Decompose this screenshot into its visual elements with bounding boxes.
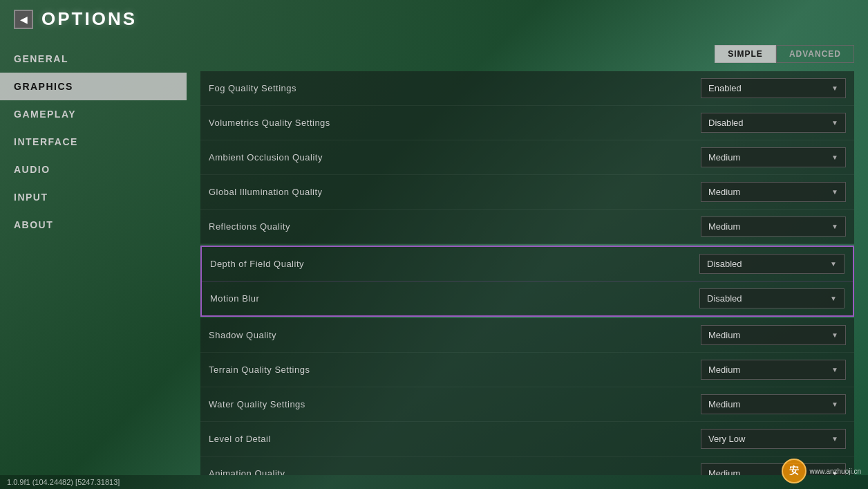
setting-value-shadow-quality: Medium bbox=[708, 330, 740, 340]
chevron-down-icon: ▼ bbox=[831, 366, 838, 373]
sidebar-item-audio[interactable]: AUDIO bbox=[0, 156, 187, 183]
setting-label-motion-blur: Motion Blur bbox=[210, 293, 259, 304]
setting-value-global-illumination: Medium bbox=[708, 187, 740, 197]
chevron-down-icon: ▼ bbox=[831, 84, 838, 92]
setting-dropdown-water-quality[interactable]: Medium ▼ bbox=[701, 394, 846, 414]
setting-value-ambient-occlusion: Medium bbox=[708, 152, 740, 163]
setting-label-water-quality: Water Quality Settings bbox=[209, 399, 305, 409]
chevron-down-icon: ▼ bbox=[830, 260, 837, 268]
sidebar-item-general[interactable]: GENERAL bbox=[0, 45, 187, 73]
setting-row-animation-quality: Animation Quality Medium ▼ bbox=[200, 456, 854, 475]
setting-dropdown-shadow-quality[interactable]: Medium ▼ bbox=[701, 325, 846, 345]
setting-dropdown-volumetrics-quality[interactable]: Disabled ▼ bbox=[701, 113, 846, 133]
sidebar-item-gameplay[interactable]: GAMEPLAY bbox=[0, 100, 187, 128]
tab-advanced[interactable]: ADVANCED bbox=[776, 45, 854, 63]
chevron-down-icon: ▼ bbox=[831, 435, 838, 443]
setting-label-depth-of-field: Depth of Field Quality bbox=[210, 259, 304, 269]
tab-simple[interactable]: SIMPLE bbox=[715, 45, 776, 63]
sidebar-item-graphics[interactable]: GRAPHICS bbox=[0, 73, 187, 100]
version-text: 1.0.9f1 (104.24482) [5247.31813] bbox=[7, 478, 120, 486]
setting-dropdown-depth-of-field[interactable]: Disabled ▼ bbox=[699, 254, 845, 274]
sidebar-item-input[interactable]: INPUT bbox=[0, 183, 187, 211]
setting-dropdown-reflections-quality[interactable]: Medium ▼ bbox=[701, 216, 846, 237]
settings-list: Fog Quality Settings Enabled ▼ Volumetri… bbox=[200, 71, 854, 475]
setting-row-volumetrics-quality: Volumetrics Quality Settings Disabled ▼ bbox=[200, 106, 854, 140]
setting-row-global-illumination: Global Illumination Quality Medium ▼ bbox=[200, 175, 854, 210]
setting-row-level-of-detail: Level of Detail Very Low ▼ bbox=[200, 422, 854, 456]
setting-label-reflections-quality: Reflections Quality bbox=[209, 221, 290, 232]
highlighted-group: Depth of Field Quality Disabled ▼ Motion… bbox=[200, 246, 854, 317]
setting-label-volumetrics-quality: Volumetrics Quality Settings bbox=[209, 118, 330, 128]
setting-dropdown-fog-quality[interactable]: Enabled ▼ bbox=[701, 78, 846, 98]
setting-label-global-illumination: Global Illumination Quality bbox=[209, 187, 323, 197]
chevron-down-icon: ▼ bbox=[831, 223, 838, 230]
ui-overlay: ◀ OPTIONS GENERAL GRAPHICS GAMEPLAY INTE… bbox=[0, 0, 868, 489]
setting-row-reflections-quality: Reflections Quality Medium ▼ bbox=[200, 210, 854, 244]
tab-bar: SIMPLE ADVANCED bbox=[200, 45, 854, 63]
bottom-bar: 1.0.9f1 (104.24482) [5247.31813] bbox=[0, 475, 868, 489]
sidebar-item-interface[interactable]: INTERFACE bbox=[0, 128, 187, 156]
setting-label-fog-quality: Fog Quality Settings bbox=[209, 83, 296, 93]
setting-dropdown-motion-blur[interactable]: Disabled ▼ bbox=[699, 288, 845, 308]
chevron-down-icon: ▼ bbox=[831, 154, 838, 161]
main-panel: SIMPLE ADVANCED Fog Quality Settings Ena… bbox=[187, 38, 868, 475]
setting-label-level-of-detail: Level of Detail bbox=[209, 434, 271, 444]
setting-value-volumetrics-quality: Disabled bbox=[708, 118, 744, 128]
setting-value-depth-of-field: Disabled bbox=[707, 259, 742, 269]
setting-value-reflections-quality: Medium bbox=[708, 221, 740, 232]
chevron-down-icon: ▼ bbox=[831, 400, 838, 408]
setting-value-level-of-detail: Very Low bbox=[708, 434, 745, 444]
setting-row-shadow-quality: Shadow Quality Medium ▼ bbox=[200, 318, 854, 353]
back-icon: ◀ bbox=[20, 14, 28, 25]
setting-dropdown-ambient-occlusion[interactable]: Medium ▼ bbox=[701, 147, 846, 167]
setting-value-fog-quality: Enabled bbox=[708, 83, 742, 93]
chevron-down-icon: ▼ bbox=[831, 331, 838, 339]
watermark-url: www.anzhuoji.cn bbox=[810, 468, 861, 475]
back-button[interactable]: ◀ bbox=[14, 10, 33, 29]
watermark-logo: 安 bbox=[782, 459, 806, 483]
setting-row-terrain-quality: Terrain Quality Settings Medium ▼ bbox=[200, 353, 854, 387]
setting-value-water-quality: Medium bbox=[708, 399, 740, 409]
chevron-down-icon: ▼ bbox=[830, 295, 837, 302]
watermark: 安 www.anzhuoji.cn bbox=[782, 459, 861, 483]
chevron-down-icon: ▼ bbox=[831, 188, 838, 196]
content-area: GENERAL GRAPHICS GAMEPLAY INTERFACE AUDI… bbox=[0, 38, 868, 475]
setting-row-water-quality: Water Quality Settings Medium ▼ bbox=[200, 387, 854, 422]
setting-label-shadow-quality: Shadow Quality bbox=[209, 330, 276, 340]
chevron-down-icon: ▼ bbox=[831, 119, 838, 127]
setting-row-motion-blur: Motion Blur Disabled ▼ bbox=[202, 282, 853, 315]
setting-dropdown-terrain-quality[interactable]: Medium ▼ bbox=[701, 360, 846, 380]
sidebar-item-about[interactable]: ABOUT bbox=[0, 211, 187, 239]
setting-row-depth-of-field: Depth of Field Quality Disabled ▼ bbox=[202, 247, 853, 282]
setting-dropdown-global-illumination[interactable]: Medium ▼ bbox=[701, 182, 846, 202]
setting-value-terrain-quality: Medium bbox=[708, 365, 740, 375]
setting-value-animation-quality: Medium bbox=[708, 468, 740, 475]
setting-label-animation-quality: Animation Quality bbox=[209, 468, 285, 475]
setting-label-ambient-occlusion: Ambient Occlusion Quality bbox=[209, 152, 323, 163]
sidebar: GENERAL GRAPHICS GAMEPLAY INTERFACE AUDI… bbox=[0, 38, 187, 475]
title-bar: ◀ OPTIONS bbox=[0, 0, 868, 38]
setting-dropdown-level-of-detail[interactable]: Very Low ▼ bbox=[701, 429, 846, 449]
setting-row-fog-quality: Fog Quality Settings Enabled ▼ bbox=[200, 71, 854, 106]
page-title: OPTIONS bbox=[41, 8, 137, 30]
setting-label-terrain-quality: Terrain Quality Settings bbox=[209, 365, 310, 375]
setting-value-motion-blur: Disabled bbox=[707, 293, 742, 304]
setting-row-ambient-occlusion: Ambient Occlusion Quality Medium ▼ bbox=[200, 140, 854, 175]
